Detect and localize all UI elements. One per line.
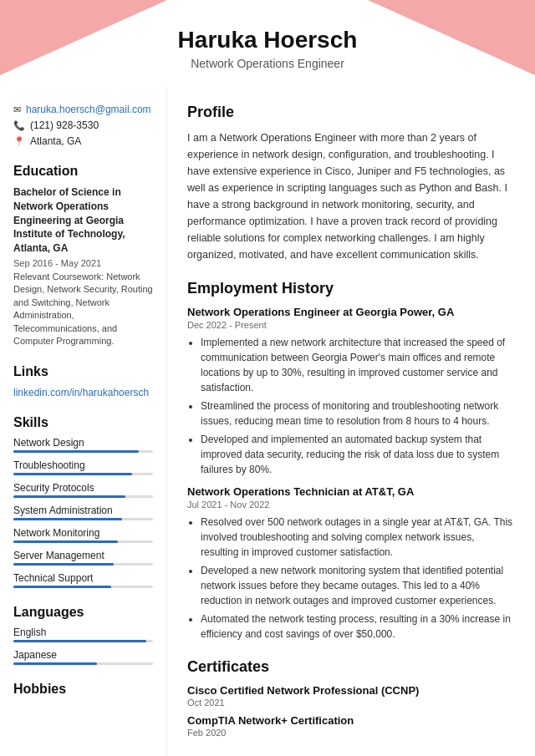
skills-title: Skills: [13, 415, 153, 430]
header: Haruka Hoersch Network Operations Engine…: [0, 0, 535, 87]
job-bullet: Automated the network testing process, r…: [201, 611, 515, 642]
skill-bar-bg: [13, 495, 153, 498]
skill-bar-bg: [13, 473, 153, 475]
skill-label: Server Management: [13, 550, 153, 561]
job-bullets: Resolved over 500 network outages in a s…: [187, 515, 515, 642]
job-entry: Network Operations Engineer at Georgia P…: [187, 306, 515, 477]
language-label: Japanese: [13, 649, 153, 661]
skill-item: Security Protocols: [13, 482, 153, 498]
languages-section: Languages English Japanese: [13, 605, 153, 665]
skill-bar-fill: [13, 540, 118, 543]
languages-title: Languages: [13, 605, 153, 620]
skill-label: Security Protocols: [13, 482, 153, 494]
job-dates: Dec 2022 - Present: [187, 320, 515, 330]
profile-text: I am a Network Operations Engineer with …: [187, 129, 515, 263]
job-bullet: Implemented a new network architecture t…: [201, 335, 515, 395]
hobbies-title: Hobbies: [13, 682, 153, 697]
language-label: English: [13, 627, 153, 638]
education-title: Education: [13, 164, 153, 179]
email-item: ✉ haruka.hoersch@gmail.com: [13, 104, 153, 115]
employment-section: Employment History Network Operations En…: [187, 280, 515, 642]
sidebar: ✉ haruka.hoersch@gmail.com 📞 (121) 928-3…: [0, 87, 167, 756]
location-icon: 📍: [13, 136, 25, 147]
job-bullet: Resolved over 500 network outages in a s…: [201, 515, 515, 560]
skill-label: System Administration: [13, 505, 153, 516]
full-name: Haruka Hoersch: [17, 27, 518, 53]
skill-bar-fill: [13, 495, 125, 498]
skill-item: Server Management: [13, 550, 153, 566]
education-section: Education Bachelor of Science in Network…: [13, 164, 153, 348]
certificate-item: Cisco Certified Network Professional (CC…: [187, 684, 515, 708]
certs-list: Cisco Certified Network Professional (CC…: [187, 684, 515, 738]
job-bullet: Developed a new network monitoring syste…: [201, 563, 515, 608]
certificates-section: Certificates Cisco Certified Network Pro…: [187, 658, 515, 738]
phone-icon: 📞: [13, 120, 25, 131]
job-title: Network Operations Engineer: [17, 57, 518, 70]
job-entry: Network Operations Technician at AT&T, G…: [187, 485, 515, 642]
skills-section: Skills Network Design Troubleshooting Se…: [13, 415, 153, 588]
education-degree: Bachelor of Science in Network Operation…: [13, 185, 153, 256]
cert-date: Oct 2021: [187, 698, 515, 708]
skill-label: Network Design: [13, 437, 153, 449]
skill-bar-fill: [13, 473, 132, 475]
jobs-list: Network Operations Engineer at Georgia P…: [187, 306, 515, 642]
contact-section: ✉ haruka.hoersch@gmail.com 📞 (121) 928-3…: [13, 104, 153, 147]
job-position: Network Operations Engineer at Georgia P…: [187, 306, 515, 318]
skill-bar-bg: [13, 540, 153, 543]
certificate-item: CompTIA Network+ Certification Feb 2020: [187, 714, 515, 738]
cert-name: CompTIA Network+ Certification: [187, 714, 515, 727]
education-dates: Sep 2016 - May 2021: [13, 258, 153, 268]
linkedin-link[interactable]: linkedin.com/in/harukahoersch: [13, 387, 149, 398]
profile-section: Profile I am a Network Operations Engine…: [187, 104, 515, 263]
skill-item: Technical Support: [13, 572, 153, 588]
job-dates: Jul 2021 - Nov 2022: [187, 500, 515, 510]
skill-item: Troubleshooting: [13, 459, 153, 475]
main-content: Profile I am a Network Operations Engine…: [167, 87, 535, 756]
location-text: Atlanta, GA: [30, 135, 81, 147]
language-bar-bg: [13, 662, 153, 665]
skill-bar-fill: [13, 563, 114, 566]
languages-list: English Japanese: [13, 627, 153, 665]
skill-bar-fill: [13, 518, 122, 520]
hobbies-section: Hobbies: [13, 682, 153, 697]
cert-date: Feb 2020: [187, 728, 515, 738]
job-bullet: Developed and implemented an automated b…: [201, 432, 515, 477]
skill-label: Network Monitoring: [13, 527, 153, 539]
skill-item: Network Monitoring: [13, 527, 153, 543]
location-item: 📍 Atlanta, GA: [13, 135, 153, 147]
links-section: Links linkedin.com/in/harukahoersch: [13, 364, 153, 398]
language-bar-bg: [13, 640, 153, 642]
language-bar-fill: [13, 662, 97, 665]
skill-bar-bg: [13, 518, 153, 520]
skill-bar-fill: [13, 450, 139, 453]
skill-bar-bg: [13, 450, 153, 453]
language-bar-fill: [13, 640, 146, 642]
education-coursework: Relevant Coursework: Network Design, Net…: [13, 271, 153, 348]
language-item: Japanese: [13, 649, 153, 665]
skill-bar-bg: [13, 563, 153, 566]
skill-label: Technical Support: [13, 572, 153, 584]
email-icon: ✉: [13, 104, 21, 115]
phone-item: 📞 (121) 928-3530: [13, 119, 153, 131]
job-bullets: Implemented a new network architecture t…: [187, 335, 515, 477]
language-item: English: [13, 627, 153, 642]
job-bullet: Streamlined the process of monitoring an…: [201, 398, 515, 429]
skill-bar-bg: [13, 586, 153, 588]
skill-bar-fill: [13, 586, 111, 588]
email-link[interactable]: haruka.hoersch@gmail.com: [26, 104, 151, 115]
skill-item: System Administration: [13, 505, 153, 520]
skills-list: Network Design Troubleshooting Security …: [13, 437, 153, 588]
phone-number: (121) 928-3530: [30, 119, 99, 131]
main-layout: ✉ haruka.hoersch@gmail.com 📞 (121) 928-3…: [0, 87, 535, 756]
certificates-title: Certificates: [187, 658, 515, 676]
skill-item: Network Design: [13, 437, 153, 453]
skill-label: Troubleshooting: [13, 459, 153, 471]
profile-title: Profile: [187, 104, 515, 121]
links-title: Links: [13, 364, 153, 379]
employment-title: Employment History: [187, 280, 515, 297]
cert-name: Cisco Certified Network Professional (CC…: [187, 684, 515, 697]
job-position: Network Operations Technician at AT&T, G…: [187, 485, 515, 498]
